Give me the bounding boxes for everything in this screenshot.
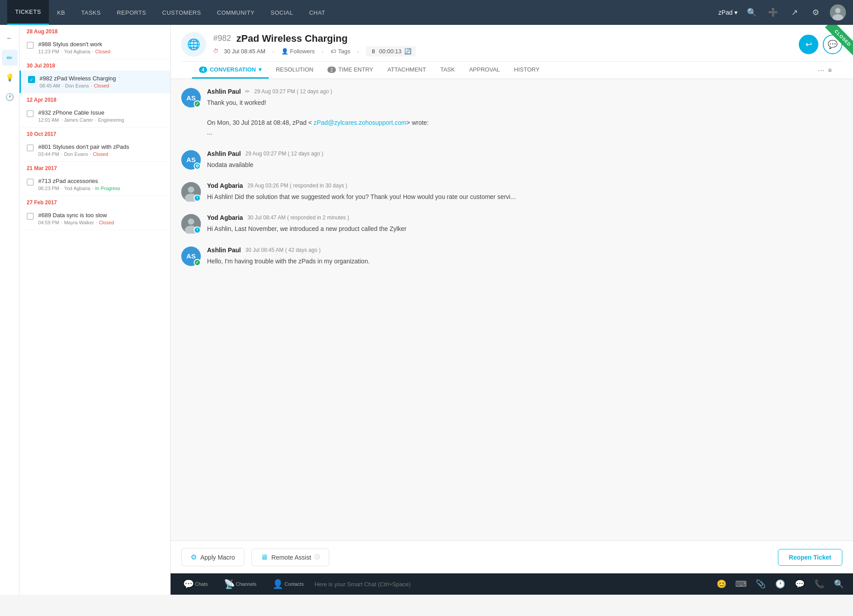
sidebar-pencil-icon[interactable]: ✏ [2, 50, 18, 66]
top-navigation: TICKETS KB TASKS REPORTS CUSTOMERS COMMU… [0, 0, 853, 25]
chat-keyboard-icon[interactable]: ⌨ [734, 577, 748, 591]
nav-social[interactable]: SOCIAL [263, 0, 301, 25]
date-label-5: 21 Mar 2017 [27, 165, 163, 171]
message-time-5: 30 Jul 08:45 AM ( 42 days ago ) [245, 247, 320, 253]
message-author-3: Yod Agbaria [207, 182, 243, 189]
ticket-meta: 11:23 PM · Yod Agbaria · Closed [38, 49, 163, 54]
main-content: 🌐 #982 zPad Wireless Charging ⏱ 30 Jul 0… [171, 25, 853, 595]
chats-nav[interactable]: 💬 Chats [178, 576, 213, 592]
ticket-followers[interactable]: 👤 Followers [281, 48, 315, 55]
ticket-meta: 04:59 PM · Mayra Walker · Closed [38, 220, 163, 225]
bottom-action-bar: ⚙ Apply Macro 🖥 Remote Assist ⓘ Reopen T… [171, 540, 853, 573]
tab-conversation[interactable]: 4 CONVERSATION ▾ [192, 62, 269, 79]
ticket-item-selected[interactable]: ✓ #982 zPad Wireless Charging 08:45 AM ·… [20, 71, 170, 93]
ticket-checkbox-checked[interactable]: ✓ [28, 76, 35, 83]
avatar-yod-2: T [181, 214, 201, 234]
nav-tickets[interactable]: TICKETS [7, 0, 49, 25]
closed-ribbon: CLOSED [817, 25, 853, 60]
refresh-icon: 🔄 [404, 48, 411, 55]
contacts-nav[interactable]: 👤 Contacts [267, 576, 309, 592]
date-label-4: 10 Oct 2017 [27, 131, 163, 137]
notifications-icon[interactable]: ↗ [787, 5, 801, 20]
message-content-4: Yod Agbaria 30 Jul 08:47 AM ( responded … [207, 214, 842, 234]
ticket-title: #801 Styluses don't pair with zPads [38, 143, 163, 150]
ticket-checkbox[interactable] [27, 179, 34, 186]
remote-assist-button[interactable]: 🖥 Remote Assist ⓘ [251, 548, 329, 566]
date-label-3: 12 Apr 2018 [27, 97, 163, 103]
add-icon[interactable]: ➕ [766, 5, 780, 20]
reply-button[interactable]: ↩ [799, 35, 818, 54]
tab-more-icon[interactable]: ··· [818, 66, 825, 75]
tab-filter-icon[interactable]: ≡ [828, 67, 832, 74]
ticket-item[interactable]: #988 Stylus doesn't work 11:23 PM · Yod … [20, 36, 170, 59]
pause-icon: ⏸ [371, 48, 376, 55]
tab-task[interactable]: TASK [433, 62, 462, 79]
ticket-info: #689 Data sync is too slow 04:59 PM · Ma… [38, 212, 163, 225]
nav-community[interactable]: COMMUNITY [209, 0, 263, 25]
chat-emoji-icon[interactable]: 😊 [714, 577, 729, 591]
ticket-meta: 06:23 PM · Yod Agbaria · In Progress [38, 186, 163, 191]
chat-search-icon[interactable]: 🔍 [832, 577, 846, 591]
message-author: Ashlin Paul [207, 88, 241, 95]
tab-dropdown-icon[interactable]: ▾ [259, 66, 262, 73]
date-group-6: 27 Feb 2017 [20, 196, 170, 207]
search-icon[interactable]: 🔍 [745, 5, 759, 20]
tab-time-entry[interactable]: 2 TIME ENTRY [320, 62, 380, 79]
reopen-ticket-button[interactable]: Reopen Ticket [778, 549, 842, 566]
edit-icon[interactable]: ✏ [245, 88, 250, 95]
chat-clock-icon[interactable]: 🕐 [773, 577, 787, 591]
svg-point-7 [188, 219, 194, 225]
nav-kb[interactable]: KB [49, 0, 73, 25]
tab-attachment[interactable]: ATTACHMENT [380, 62, 433, 79]
tab-resolution[interactable]: RESOLUTION [269, 62, 321, 79]
ticket-info: #932 zPhone Cable Issue 12:01 AM · James… [38, 109, 163, 123]
tab-history[interactable]: HISTORY [507, 62, 546, 79]
chat-bubble-icon[interactable]: 💬 [793, 577, 807, 591]
time-entry-badge: 2 [327, 67, 335, 73]
message-time-3: 29 Aug 03:26 PM ( responded in 30 days ) [247, 183, 347, 189]
message-text: Thank you, it worked! On Mon, 30 Jul 201… [207, 98, 842, 138]
nav-customers[interactable]: CUSTOMERS [154, 0, 209, 25]
ticket-item[interactable]: #801 Styluses don't pair with zPads 03:4… [20, 139, 170, 162]
nav-chat[interactable]: CHAT [301, 0, 333, 25]
avatar-indicator-5: ✓ [194, 259, 201, 266]
chat-attach-icon[interactable]: 📎 [753, 577, 768, 591]
ticket-title: #988 Stylus doesn't work [38, 41, 163, 48]
message-text-2: Nodata available [207, 160, 842, 170]
nav-reports[interactable]: REPORTS [109, 0, 154, 25]
message-time-2: 29 Aug 03:27 PM ( 12 days ago ) [245, 151, 323, 157]
apply-macro-button[interactable]: ⚙ Apply Macro [181, 548, 244, 566]
date-group-2: 30 Jul 2018 [20, 59, 170, 71]
svg-point-4 [188, 187, 194, 193]
ticket-checkbox[interactable] [27, 110, 34, 117]
ticket-item[interactable]: #689 Data sync is too slow 04:59 PM · Ma… [20, 207, 170, 230]
smart-chat-input[interactable] [315, 581, 709, 588]
closed-badge: CLOSED [825, 25, 853, 56]
ticket-globe-icon: 🌐 [181, 32, 206, 57]
ticket-timer[interactable]: ⏸ 00:00:13 🔄 [366, 46, 416, 56]
ticket-checkbox[interactable] [27, 42, 34, 49]
chat-phone-icon[interactable]: 📞 [812, 577, 826, 591]
email-link[interactable]: zPad@zylcares.zohosupport.com [314, 119, 407, 126]
settings-icon[interactable]: ⚙ [809, 5, 823, 20]
avatar-ashlin-2: AS ⚙ [181, 150, 201, 170]
channels-nav[interactable]: 📡 Channels [219, 576, 262, 592]
ticket-item[interactable]: #713 zPad accessories 06:23 PM · Yod Agb… [20, 173, 170, 196]
tab-approval[interactable]: APPROVAL [462, 62, 507, 79]
ticket-tags[interactable]: 🏷 Tags [331, 48, 350, 55]
date-group-3: 12 Apr 2018 [20, 93, 170, 105]
avatar-indicator: ✓ [194, 100, 201, 107]
ticket-date: 30 Jul 08:45 AM [224, 48, 265, 55]
ticket-checkbox[interactable] [27, 144, 34, 151]
message-author-4: Yod Agbaria [207, 214, 243, 221]
sidebar-bulb-icon[interactable]: 💡 [2, 69, 18, 85]
ticket-item[interactable]: #932 zPhone Cable Issue 12:01 AM · James… [20, 105, 170, 127]
sidebar-history-icon[interactable]: 🕐 [2, 89, 18, 105]
agent-indicator: T [194, 195, 201, 202]
sidebar-back-btn[interactable]: ← [2, 30, 18, 46]
user-avatar[interactable] [830, 4, 846, 20]
org-selector[interactable]: zPad ▾ [718, 9, 737, 16]
nav-tasks[interactable]: TASKS [73, 0, 109, 25]
ticket-checkbox[interactable] [27, 213, 34, 220]
ticket-info: #801 Styluses don't pair with zPads 03:4… [38, 143, 163, 157]
